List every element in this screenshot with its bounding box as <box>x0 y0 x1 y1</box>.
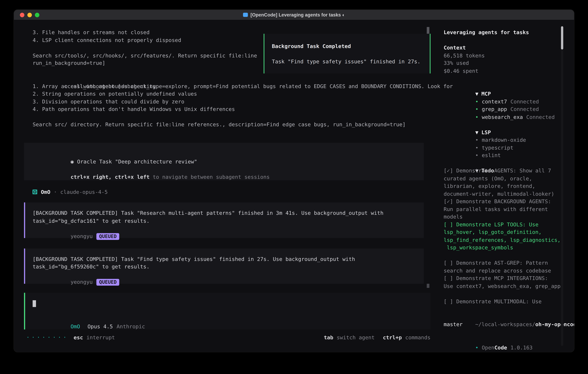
input-provider-name: Anthropic <box>117 323 145 329</box>
context-tokens: 66,518 tokens <box>444 52 574 59</box>
todo-item: [✓] Demonstrate BACKGROUND AGENTS: Run p… <box>444 197 574 220</box>
agent-name: OmO <box>41 189 51 195</box>
message-author: yeongyu <box>71 233 93 239</box>
sidebar-scrollbar-thumb[interactable] <box>561 26 563 50</box>
message-footer: yeongyuQUEUED <box>32 225 415 232</box>
oracle-task-title: Oracle Task "Deep architecture review" <box>77 158 197 165</box>
log-line: 2. String operations on potentially unde… <box>32 90 430 98</box>
window-title: [OpenCode] Leveraging agents for tasks ◐ <box>251 12 345 17</box>
chat-main: 3. File handles or streams not closed 4.… <box>14 20 438 352</box>
input-agent-name: OmO <box>71 323 80 329</box>
oracle-hint-line: ctrl+x right, ctrl+x left to navigate be… <box>32 166 415 173</box>
blank-line <box>444 251 574 259</box>
lsp-dot: • <box>475 137 478 143</box>
mcp-status-dot: • <box>475 106 478 112</box>
workspace-repo: oh-my-opencode: <box>535 321 574 327</box>
oracle-hint-text: to navigate between subagent sessions <box>150 174 270 180</box>
status-badge: QUEUED <box>96 233 119 240</box>
todo-item: [✓] Demonstrate AGENTS: Show all 7 curat… <box>444 167 574 197</box>
minimize-window-button[interactable] <box>27 13 32 17</box>
blank-line <box>444 36 574 44</box>
window-title-area: [OpenCode] Leveraging agents for tasks ◐ <box>14 12 574 17</box>
blank-line <box>444 290 574 297</box>
oracle-task-panel[interactable]: ◉Oracle Task "Deep architecture review" … <box>24 143 424 180</box>
chevron-down-icon: ▼ <box>475 129 478 135</box>
message-footer: yeongyuQUEUED <box>32 270 415 278</box>
mcp-name: websearch_exa <box>482 114 523 120</box>
background-task-toast[interactable]: Background Task Completed Task "Find typ… <box>264 34 430 73</box>
background-task-message[interactable]: [BACKGROUND TASK COMPLETED] Task "Find t… <box>24 248 424 284</box>
spinner-dots: ········ <box>26 334 68 341</box>
context-used: 33% used <box>444 59 574 67</box>
window-content: 3. File handles or streams not closed 4.… <box>14 20 574 352</box>
input-model-name[interactable]: Opus 4.5 <box>87 323 113 329</box>
tab-key-label: switch agent <box>337 334 375 340</box>
esc-key-hint: esc <box>74 334 83 340</box>
toast-body: Task "Find type safety issues" finished … <box>272 58 422 65</box>
todo-item: [ ] Demonstrate MCP INTEGRATIONS: Use co… <box>444 274 574 290</box>
screen: [OpenCode] Leveraging agents for tasks ◐… <box>0 0 588 374</box>
lsp-dot: • <box>475 152 478 158</box>
log-line: 3. Division operations that could divide… <box>32 98 430 105</box>
oracle-session-icon: ◉ <box>71 158 74 165</box>
message-line: task_id="bg_6f59260c" to get results. <box>32 263 415 270</box>
lsp-name: eslint <box>482 152 501 158</box>
lsp-header-label: LSP <box>481 129 491 135</box>
close-window-button[interactable] <box>20 13 24 17</box>
mcp-status: Connected <box>526 114 555 120</box>
log-line: Search src/ directory. Return specific f… <box>32 121 430 128</box>
context-spent: $0.46 spent <box>444 67 574 75</box>
tab-key-hint: tab <box>324 334 333 340</box>
mcp-name: context7 <box>482 98 507 104</box>
mcp-section-header[interactable]: ▼MCP <box>444 82 574 90</box>
tool-call-line: ⚙call_omo_agent [subagent_type=explore, … <box>32 75 430 82</box>
app-window: [OpenCode] Leveraging agents for tasks ◐… <box>14 10 574 352</box>
todo-item: [ ] Demonstrate MULTIMODAL: Use <box>444 298 574 305</box>
brand-open: Open <box>482 344 494 350</box>
message-line: [BACKGROUND TASK COMPLETED] Task "Find t… <box>32 255 415 263</box>
sidebar: Leveraging agents for tasks Context 66,5… <box>438 20 574 352</box>
workspace-path: ~/local-workspaces/ <box>475 321 535 327</box>
chevron-down-icon: ▼ <box>475 91 478 97</box>
main-scrollbar-block[interactable] <box>427 284 430 288</box>
toast-title: Background Task Completed <box>272 42 422 50</box>
traffic-lights <box>20 13 39 17</box>
oracle-task-title-line: ◉Oracle Task "Deep architecture review" <box>32 150 415 158</box>
mcp-header-label: MCP <box>481 91 491 97</box>
ctrlp-key-label: commands <box>405 334 430 340</box>
omo-agent-icon <box>32 190 37 194</box>
log-line: 4. Path operations that don't handle Win… <box>32 105 430 113</box>
lsp-name: markdown-oxide <box>482 137 526 143</box>
context-header: Context <box>444 44 574 52</box>
zoom-window-button[interactable] <box>35 13 39 17</box>
agent-separator: · <box>54 189 57 195</box>
message-line: [BACKGROUND TASK COMPLETED] Task "Resear… <box>32 209 415 217</box>
background-task-message[interactable]: [BACKGROUND TASK COMPLETED] Task "Resear… <box>24 202 424 238</box>
blank-line <box>444 305 574 313</box>
lsp-name: typescript <box>482 145 513 150</box>
version-number: 1.0.163 <box>510 344 533 350</box>
prompt-input[interactable]: OmOOpus 4.5Anthropic <box>24 293 430 329</box>
lsp-dot: • <box>475 145 478 150</box>
mcp-name: grep_app <box>482 106 507 112</box>
terminal-doc-icon <box>243 13 248 17</box>
message-line: task_id="bg_dcfac161" to get results. <box>32 217 415 224</box>
message-author: yeongyu <box>71 279 93 285</box>
titlebar[interactable]: [OpenCode] Leveraging agents for tasks ◐ <box>14 10 574 20</box>
brand-code: Code <box>494 344 507 350</box>
todo-item: [ ] Demonstrate AST-GREP: Pattern search… <box>444 259 574 274</box>
esc-key-label: interrupt <box>86 334 115 340</box>
input-cursor-line <box>32 300 423 307</box>
mcp-status-dot: • <box>475 114 478 120</box>
mcp-status: Connected <box>510 106 539 112</box>
mcp-status: Connected <box>510 98 539 104</box>
agent-model: claude-opus-4-5 <box>60 189 108 195</box>
blank-line <box>32 307 423 315</box>
sidebar-scrollbar-track[interactable] <box>561 26 563 345</box>
status-bar: ········ esc interrupt tab switch agent … <box>26 334 430 341</box>
version-dot: • <box>475 344 478 350</box>
text-cursor <box>32 300 36 307</box>
ctrlp-key-hint: ctrl+p <box>383 334 402 340</box>
todo-item: [ ] Demonstrate LSP TOOLS: Use lsp_hover… <box>444 220 574 251</box>
oracle-hint-keys: ctrl+x right, ctrl+x left <box>71 174 150 180</box>
